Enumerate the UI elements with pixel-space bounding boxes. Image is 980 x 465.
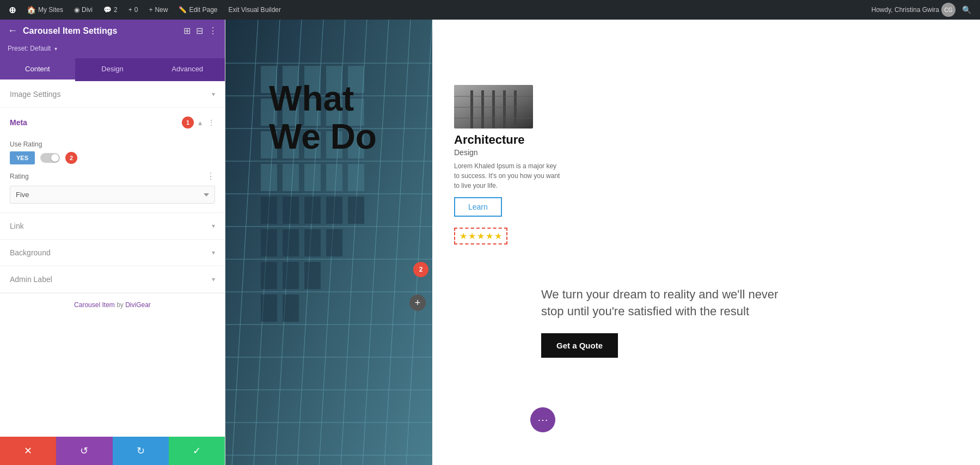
rating-row: Rating ⋮ (10, 171, 215, 181)
svg-rect-49 (283, 229, 299, 256)
svg-rect-50 (304, 229, 321, 256)
user-avatar: CG (941, 3, 955, 17)
svg-rect-43 (261, 197, 277, 224)
image-settings-label: Image Settings (10, 90, 212, 99)
svg-rect-41 (326, 164, 342, 191)
panel-footer: Carousel Item by DiviGear (0, 293, 225, 316)
link-section[interactable]: Link ▾ (0, 213, 225, 240)
preset-chevron: ▾ (54, 46, 57, 52)
use-rating-label: Use Rating (10, 140, 215, 148)
carousel-item-link[interactable]: Carousel Item (74, 301, 115, 309)
meta-header: Meta 1 ▴ ⋮ (10, 108, 215, 134)
svg-rect-66 (454, 118, 533, 119)
admin-label-label: Admin Label (10, 275, 212, 284)
admin-bar: ⊕ 🏠 My Sites ◉ Divi 💬 2 + 0 + New ✏️ Edi… (0, 0, 980, 20)
background-section[interactable]: Background ▾ (0, 240, 225, 266)
tab-design[interactable]: Design (75, 58, 150, 81)
card-image-inner (454, 85, 533, 129)
toggle-row: YES 2 (10, 151, 215, 164)
svg-rect-64 (454, 96, 533, 97)
svg-rect-51 (326, 229, 342, 256)
svg-rect-52 (261, 262, 277, 289)
card-subtitle: Design (454, 148, 563, 157)
main-area: What We Do (225, 20, 980, 465)
divi-menu[interactable]: ◉ Divi (70, 0, 97, 20)
panel-tabs: Content Design Advanced (0, 58, 225, 81)
wordpress-icon[interactable]: ⊕ (4, 0, 20, 20)
background-label: Background (10, 248, 212, 257)
search-icon[interactable]: 🔍 (958, 5, 976, 14)
more-icon[interactable]: ⋮ (209, 26, 217, 36)
action-bar: ✕ ↺ ↻ ✓ (0, 437, 225, 465)
svg-rect-56 (283, 295, 299, 322)
edit-page-menu[interactable]: ✏️ Edit Page (174, 0, 222, 20)
my-sites-menu[interactable]: 🏠 My Sites (22, 0, 68, 20)
resize-icon[interactable]: ⊞ (183, 26, 191, 36)
panel-header-icons: ⊞ ⊟ ⋮ (183, 26, 217, 36)
toggle-yes-button[interactable]: YES (10, 151, 35, 164)
tab-content[interactable]: Content (0, 58, 75, 81)
admin-bar-right: Howdy, Christina Gwira CG 🔍 (872, 3, 976, 17)
card-description: Lorem Khaled Ipsum is a major key to suc… (454, 161, 563, 191)
link-chevron: ▾ (212, 222, 215, 230)
svg-rect-42 (348, 164, 364, 191)
hero-line-1: What (269, 79, 377, 118)
layout-icon[interactable]: ⊟ (196, 26, 203, 36)
preset-bar: Preset: Default ▾ (0, 42, 225, 58)
svg-rect-47 (348, 197, 364, 224)
rating-select[interactable]: One Two Three Four Five (10, 186, 215, 204)
svg-rect-39 (283, 164, 299, 191)
svg-rect-48 (261, 229, 277, 256)
back-button[interactable]: ← (8, 25, 17, 36)
settings-panel: ← Carousel Item Settings ⊞ ⊟ ⋮ Preset: D… (0, 20, 225, 465)
star-4: ★ (486, 231, 493, 241)
tab-advanced[interactable]: Advanced (150, 58, 225, 81)
image-settings-section[interactable]: Image Settings ▾ (0, 81, 225, 108)
hero-text: What We Do (269, 79, 377, 156)
link-label: Link (10, 222, 212, 230)
card: Architecture Design Lorem Khaled Ipsum i… (454, 85, 563, 244)
meta-badge: 1 (182, 117, 194, 129)
hero-line-2: We Do (269, 118, 377, 156)
meta-icons: ▴ ⋮ (198, 118, 215, 127)
notifications-menu[interactable]: + 0 (124, 0, 143, 20)
svg-rect-40 (304, 164, 321, 191)
preset-label[interactable]: Preset: Default (8, 45, 51, 52)
redo-button[interactable]: ↻ (113, 437, 169, 465)
add-item-button[interactable]: + (409, 295, 426, 311)
save-button[interactable]: ✓ (169, 437, 225, 465)
new-menu[interactable]: + New (144, 0, 172, 20)
by-text: by (117, 301, 124, 309)
panel-title: Carousel Item Settings (23, 26, 178, 36)
learn-button[interactable]: Learn (454, 197, 502, 217)
cancel-button[interactable]: ✕ (0, 437, 56, 465)
comments-menu[interactable]: 💬 2 (99, 0, 122, 20)
rating-field-label: Rating (10, 173, 206, 180)
get-quote-button[interactable]: Get a Quote (541, 333, 618, 358)
star-5: ★ (494, 231, 502, 241)
star-1: ★ (460, 231, 467, 241)
admin-label-section[interactable]: Admin Label ▾ (0, 266, 225, 293)
rating-more-icon[interactable]: ⋮ (206, 171, 215, 181)
svg-rect-65 (454, 107, 533, 108)
howdy-text: Howdy, Christina Gwira (872, 6, 939, 14)
card-image (454, 85, 533, 129)
toggle-thumb (51, 154, 59, 162)
undo-button[interactable]: ↺ (56, 437, 112, 465)
meta-more-icon[interactable]: ⋮ (207, 118, 215, 127)
main-layout: ← Carousel Item Settings ⊞ ⊟ ⋮ Preset: D… (0, 20, 980, 465)
svg-rect-38 (261, 164, 277, 191)
star-rating: ★ ★ ★ ★ ★ (454, 228, 507, 244)
divigear-link[interactable]: DiviGear (125, 301, 151, 309)
toggle-badge: 2 (65, 152, 77, 164)
meta-collapse-icon[interactable]: ▴ (198, 118, 202, 127)
background-chevron: ▾ (212, 249, 215, 256)
exit-visual-builder[interactable]: Exit Visual Builder (224, 0, 285, 20)
stars-wrapper: ★ ★ ★ ★ ★ (454, 225, 563, 244)
meta-section: Meta 1 ▴ ⋮ Use Rating YES 2 (0, 108, 225, 213)
toggle-track[interactable] (40, 153, 60, 163)
svg-rect-54 (304, 262, 321, 289)
floating-dots-button[interactable]: ⋯ (530, 407, 555, 432)
star-3: ★ (477, 231, 485, 241)
svg-rect-53 (283, 262, 299, 289)
